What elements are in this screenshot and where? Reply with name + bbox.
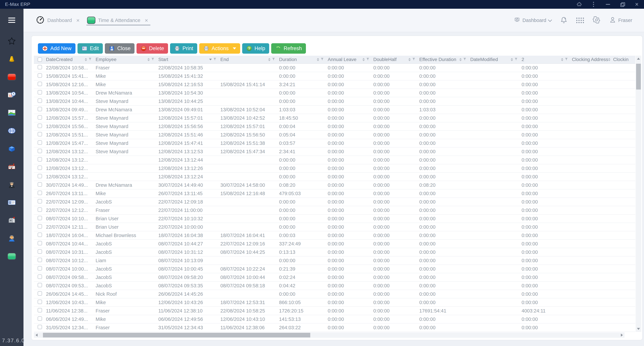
green-button-icon[interactable] xyxy=(8,252,16,261)
sort-icon[interactable] xyxy=(362,58,365,61)
column-header-datecreated[interactable]: DateCreated xyxy=(44,56,94,63)
column-header-duration[interactable]: Duration xyxy=(277,56,326,63)
column-header-datemodified[interactable]: DateModified xyxy=(468,56,520,63)
scroll-down-icon[interactable] xyxy=(637,328,640,330)
cone-lamp-icon[interactable] xyxy=(8,55,16,63)
table-row[interactable]: 08/07/2024 09:58...JacobS08/07/2024 09:5… xyxy=(34,273,635,282)
column-header-annual_leave[interactable]: Annual Leave xyxy=(326,56,371,63)
filter-funnel-icon[interactable] xyxy=(463,57,466,62)
close-window-button[interactable]: × xyxy=(630,0,644,9)
table-row[interactable]: 12/08/2024 13:12...12/08/2024 13:12:440:… xyxy=(34,156,635,164)
restore-button[interactable] xyxy=(615,0,630,9)
column-header-start[interactable]: Start xyxy=(156,56,218,63)
row-checkbox[interactable] xyxy=(38,300,42,304)
row-checkbox[interactable] xyxy=(38,216,42,220)
row-checkbox[interactable] xyxy=(38,274,42,279)
table-row[interactable]: 08/07/2024 10:10...Brian User22/07/2024 … xyxy=(34,215,635,223)
table-row[interactable]: 31/05/2024 12:34...Fraser31/05/2024 12:3… xyxy=(34,324,635,332)
tab-close-icon[interactable]: × xyxy=(76,17,80,23)
sort-icon[interactable] xyxy=(408,58,411,61)
favorites-star-icon[interactable] xyxy=(8,37,16,45)
sort-icon[interactable] xyxy=(608,58,610,61)
table-row[interactable]: 12/08/2024 13:12...12/08/2024 13:12:240:… xyxy=(34,173,635,181)
print-button[interactable]: Print xyxy=(170,43,197,54)
hamburger-menu-button[interactable] xyxy=(8,17,15,23)
row-checkbox[interactable] xyxy=(38,258,42,262)
filter-funnel-icon[interactable] xyxy=(272,57,276,62)
table-row[interactable]: 08/07/2024 10:44...JacobS08/07/2024 10:4… xyxy=(34,240,635,248)
filter-funnel-icon[interactable] xyxy=(366,57,370,62)
table-row[interactable]: 12/06/2024 10:43...Mike12/06/2024 10:43:… xyxy=(34,298,635,307)
row-checkbox[interactable] xyxy=(38,98,42,103)
column-header-doublehalf[interactable]: DoubleHalf xyxy=(371,56,417,63)
row-checkbox[interactable] xyxy=(38,325,42,329)
table-row[interactable]: 30/07/2024 14:49...Drew McNamara30/07/20… xyxy=(34,181,635,189)
sort-icon[interactable] xyxy=(148,58,150,61)
table-row[interactable]: 22/07/2024 12:11...Brian User22/07/2024 … xyxy=(34,223,635,231)
column-header-employee[interactable]: Employee xyxy=(94,56,156,63)
gear-icon[interactable] xyxy=(593,16,600,24)
help-button[interactable]: ?Help xyxy=(242,43,269,54)
row-checkbox[interactable] xyxy=(38,199,42,204)
row-checkbox[interactable] xyxy=(38,82,42,86)
row-checkbox[interactable] xyxy=(38,316,42,321)
select-all-checkbox[interactable] xyxy=(38,57,42,62)
table-row[interactable]: 12/08/2024 13:12...Steve Maynard12/08/20… xyxy=(34,148,635,156)
red-button-icon[interactable] xyxy=(8,73,16,81)
sort-icon[interactable] xyxy=(268,58,270,61)
table-row[interactable]: 12/08/2024 15:57...Steve Maynard12/08/20… xyxy=(34,114,635,122)
table-row[interactable]: 22/08/2024 10:58...Fraser22/08/2024 10:5… xyxy=(34,64,635,72)
add-new-button[interactable]: Add New xyxy=(38,43,76,54)
table-row[interactable]: 22/07/2024 12:12...Fraser22/07/2024 11:0… xyxy=(34,206,635,215)
tab-dashboard[interactable]: Dashboard × xyxy=(36,9,87,32)
bell-icon[interactable] xyxy=(560,16,568,24)
table-row[interactable]: 12/08/2024 13:12...12/08/2024 13:12:260:… xyxy=(34,164,635,173)
column-header-clocking_address[interactable]: Clocking Address xyxy=(570,56,611,63)
table-row[interactable]: 08/07/2024 10:31...JacobS08/07/2024 10:3… xyxy=(34,248,635,257)
delete-button[interactable]: Delete xyxy=(136,43,168,54)
sort-icon[interactable] xyxy=(561,58,563,61)
row-checkbox[interactable] xyxy=(38,165,42,170)
row-checkbox[interactable] xyxy=(38,140,42,145)
row-checkbox[interactable] xyxy=(38,207,42,212)
tab-time-attendance[interactable]: Time & Attendance × xyxy=(87,9,156,32)
sort-icon[interactable] xyxy=(85,58,87,61)
row-checkbox[interactable] xyxy=(38,266,42,271)
edit-button[interactable]: Edit xyxy=(78,43,103,54)
row-checkbox[interactable] xyxy=(38,283,42,287)
horizontal-scrollbar-thumb[interactable] xyxy=(43,333,310,338)
table-row[interactable]: 26/07/2024 13:11...Mike26/07/2024 13:11:… xyxy=(34,189,635,198)
table-row[interactable]: 12/08/2024 15:56...Steve Maynard12/08/20… xyxy=(34,122,635,131)
nav-dashboard-dropdown[interactable]: Dashboard xyxy=(514,17,552,24)
filter-funnel-icon[interactable] xyxy=(320,57,324,62)
table-row[interactable]: 18/07/2024 16:04...Michael Brownless18/0… xyxy=(34,231,635,240)
vertical-scrollbar-thumb[interactable] xyxy=(636,64,641,89)
user-menu[interactable]: Fraser xyxy=(609,16,632,24)
column-header-effective_duration[interactable]: Effective Duration xyxy=(417,56,468,63)
table-row[interactable]: 13/08/2024 09:49...Drew McNamara13/08/20… xyxy=(34,106,635,114)
table-row[interactable]: 08/07/2024 09:53...JacobS08/07/2024 09:5… xyxy=(34,282,635,290)
sort-icon[interactable] xyxy=(511,58,513,61)
row-checkbox[interactable] xyxy=(38,132,42,136)
row-checkbox[interactable] xyxy=(38,291,42,296)
sort-desc-icon[interactable] xyxy=(209,59,212,60)
table-row[interactable]: 15/08/2024 12:16...Mike15/08/2024 12:16:… xyxy=(34,80,635,89)
row-checkbox[interactable] xyxy=(38,308,42,313)
filter-funnel-icon[interactable] xyxy=(564,57,568,62)
support-agent-icon[interactable] xyxy=(8,234,16,243)
row-checkbox[interactable] xyxy=(38,115,42,120)
minimize-button[interactable] xyxy=(601,0,615,9)
table-row[interactable]: 15/08/2024 15:41...Mike15/08/2024 15:41:… xyxy=(34,72,635,80)
row-checkbox[interactable] xyxy=(38,224,42,229)
table-row[interactable]: 08/07/2024 10:12...Liam08/07/2024 10:13:… xyxy=(34,257,635,265)
extension-icon[interactable] xyxy=(572,0,586,9)
filter-funnel-icon[interactable] xyxy=(151,57,155,62)
row-checkbox[interactable] xyxy=(38,182,42,187)
table-row[interactable]: 08/07/2024 10:00...JacobS08/07/2024 10:0… xyxy=(34,265,635,273)
row-checkbox[interactable] xyxy=(38,73,42,78)
table-row[interactable]: 13/08/2024 10:44...Steve Maynard13/08/20… xyxy=(34,97,635,106)
close-button[interactable]: Close xyxy=(105,43,134,54)
sort-icon[interactable] xyxy=(459,58,462,61)
row-checkbox[interactable] xyxy=(38,90,42,94)
table-row[interactable]: 26/06/2024 14:45...Nick Roof26/06/2024 1… xyxy=(34,290,635,298)
